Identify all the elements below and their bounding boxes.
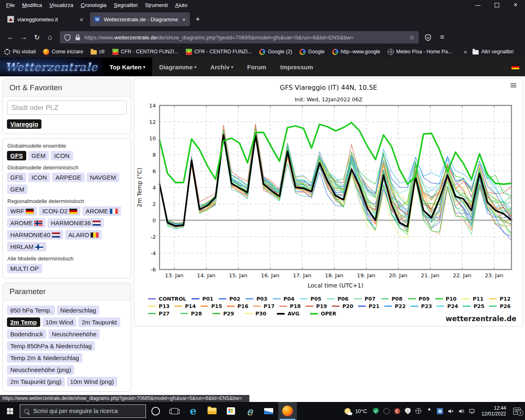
- nav-diagramme[interactable]: Diagramme▾: [152, 57, 203, 76]
- restore-button[interactable]: [487, 0, 506, 10]
- model-button-navgem[interactable]: NAVGEM: [87, 173, 119, 182]
- parameter-button-neuschneeh-he[interactable]: Neuschneehöhe: [48, 329, 100, 339]
- menu-segnalibri[interactable]: Segnalibri: [110, 2, 142, 8]
- parameter-button-neuschneeh-he-png[interactable]: Neuschneehöhe (png): [7, 365, 74, 374]
- model-button-wrf-de[interactable]: WRF: [7, 206, 37, 216]
- app-menu-button[interactable]: ≡: [436, 31, 449, 43]
- file-explorer-button[interactable]: [203, 402, 221, 420]
- reload-button[interactable]: ↻: [30, 31, 43, 43]
- cortana-button[interactable]: [146, 402, 165, 420]
- wetterzentrale-logo[interactable]: Wetterzentrale: [0, 57, 103, 76]
- bookmark-http-www-google[interactable]: http--www.google: [332, 49, 381, 55]
- model-button-alaro-be[interactable]: ALARO: [65, 230, 102, 240]
- forward-button[interactable]: →: [17, 31, 30, 43]
- nav-archiv[interactable]: Archiv▾: [203, 57, 240, 76]
- lock-icon[interactable]: [74, 34, 81, 41]
- new-tab-button[interactable]: +: [196, 15, 200, 24]
- model-button-harmonie36-nl[interactable]: HARMONIE36: [48, 218, 104, 228]
- parameter-button-temp-2m-niederschlag[interactable]: Temp 2m & Niederschlag: [7, 353, 82, 363]
- tab-wetterzentrale-de-diagramme[interactable]: WWetterzentrale.de - Diagramme×: [90, 12, 190, 26]
- pocket-shield-icon[interactable]: [425, 34, 431, 41]
- model-button-gem[interactable]: GEM: [7, 185, 27, 194]
- parameter-button-2m-temp[interactable]: 2m Temp: [7, 317, 40, 327]
- menu-aiuto[interactable]: Aiuto: [171, 2, 191, 8]
- parameter-button-10m-wind[interactable]: 10m Wind: [42, 317, 77, 327]
- snip-icon[interactable]: [383, 408, 390, 415]
- bookmark-pi-visitati[interactable]: Più visitati: [4, 49, 36, 55]
- menu-modifica[interactable]: Modifica: [18, 2, 46, 8]
- ccleaner-icon[interactable]: C: [394, 408, 401, 415]
- model-button-hirlam-fi[interactable]: HIRLAM: [7, 242, 46, 251]
- language-flag-german[interactable]: [510, 63, 519, 71]
- firefox-button[interactable]: [278, 402, 297, 420]
- mail-button[interactable]: [259, 402, 278, 420]
- ethernet-icon[interactable]: [468, 408, 475, 415]
- menu-file[interactable]: File: [2, 2, 18, 8]
- legend-swatch: [245, 313, 253, 314]
- other-bookmarks-folder[interactable]: Altri segnalibri: [472, 49, 514, 55]
- defender-warning-icon[interactable]: !: [404, 408, 411, 415]
- tab-close-icon[interactable]: ×: [80, 16, 83, 23]
- clock[interactable]: 12:44 12/01/2022: [482, 405, 506, 417]
- home-button[interactable]: ⌂: [43, 31, 57, 43]
- nav-forum[interactable]: Forum: [240, 57, 274, 76]
- parameter-button-10m-wind-png[interactable]: 10m Wind (png): [67, 377, 117, 386]
- url-bar[interactable]: https://www.wetterzentrale.de/de/show_di…: [60, 31, 419, 43]
- utility-icon[interactable]: ▦: [436, 408, 443, 415]
- pinwheel-icon[interactable]: *: [426, 408, 433, 415]
- parameter-button-niederschlag[interactable]: Niederschlag: [57, 306, 100, 315]
- antivirus-ok-icon[interactable]: ✓: [372, 408, 379, 415]
- model-button-multi-op[interactable]: MULTI OP: [7, 264, 42, 273]
- bookmark-cfr-centro-funzi[interactable]: CFR - CENTRO FUNZI...: [112, 49, 178, 55]
- bookmark-google[interactable]: Google: [299, 49, 324, 55]
- nav-impressum[interactable]: Impressum: [273, 57, 320, 76]
- bookmark-come-iniziare[interactable]: Come iniziare: [43, 49, 83, 55]
- muted-speaker-icon[interactable]: [447, 408, 454, 415]
- close-button[interactable]: ×: [506, 0, 525, 10]
- tracking-shield-icon[interactable]: [64, 34, 71, 41]
- model-button-icon[interactable]: ICON: [28, 173, 50, 182]
- bookmark-cfr-centro-funzi[interactable]: CFR - CENTRO FUNZI...: [186, 49, 252, 55]
- model-button-gfs[interactable]: GFS: [7, 151, 26, 160]
- chart-menu-icon[interactable]: ≡: [510, 82, 517, 88]
- bookmark-google-2[interactable]: Google (2): [259, 49, 292, 55]
- model-button-arpege[interactable]: ARPEGE: [52, 173, 84, 182]
- city-search-input[interactable]: [7, 100, 127, 115]
- tab-close-icon[interactable]: ×: [182, 16, 186, 23]
- weather-icon[interactable]: [345, 408, 351, 414]
- task-view-button[interactable]: [165, 402, 184, 420]
- model-button-gem[interactable]: GEM: [28, 151, 49, 160]
- nav-top-karten[interactable]: Top Karten▾: [103, 57, 152, 76]
- bookmark-meteo-pisa-home-pa[interactable]: Meteo Pisa - Home Pa...: [388, 49, 452, 55]
- menu-visualizza[interactable]: Visualizza: [46, 2, 77, 8]
- menu-cronologia[interactable]: Cronologia: [77, 2, 110, 8]
- menu-strumenti[interactable]: Strumenti: [141, 2, 171, 8]
- taskbar-search-box[interactable]: Scrivi qui per eseguire la ricerca: [20, 404, 146, 418]
- back-button[interactable]: ←: [4, 31, 17, 43]
- minimize-button[interactable]: —: [468, 0, 487, 10]
- favorite-viareggio-button[interactable]: Viareggio: [7, 119, 41, 129]
- tab-viareggiometeo-it[interactable]: viareggiometeo.it×: [3, 12, 87, 26]
- model-button-arome-fr[interactable]: AROME: [82, 206, 121, 216]
- model-button-gfs[interactable]: GFS: [7, 173, 26, 182]
- internet-explorer-button[interactable]: e: [240, 402, 259, 420]
- parameter-button-temp-850hpa-niederschlag[interactable]: Temp 850hPa & Niederschlag: [7, 341, 95, 351]
- parameter-button-bodendruck[interactable]: Bodendruck: [7, 329, 46, 339]
- store-button[interactable]: [221, 402, 240, 420]
- bookmark-star-icon[interactable]: ☆: [409, 34, 415, 41]
- model-button-harmonie40-nl[interactable]: HARMONIE40: [7, 230, 63, 240]
- edge-button[interactable]: e: [184, 402, 203, 420]
- parameter-button-850-hpa-temp[interactable]: 850 hPa Temp.: [7, 306, 55, 315]
- bookmark-cfr[interactable]: cfr: [91, 49, 105, 55]
- parameter-button-2m-taupunkt-png[interactable]: 2m Taupunkt (png): [7, 377, 65, 386]
- volume-icon[interactable]: [458, 408, 465, 415]
- network-globe-icon[interactable]: [415, 408, 422, 415]
- model-button-arome-no[interactable]: AROME: [7, 218, 46, 228]
- bookmarks-overflow-button[interactable]: »: [464, 48, 467, 55]
- notification-center-button[interactable]: 1: [513, 408, 521, 415]
- tray-temperature[interactable]: 10°C: [355, 408, 367, 414]
- model-button-icon-d2-de[interactable]: ICON-D2: [39, 206, 80, 216]
- start-button[interactable]: [0, 402, 20, 420]
- model-button-icon[interactable]: ICON: [51, 151, 73, 160]
- parameter-button-2m-taupunkt[interactable]: 2m Taupunkt: [78, 317, 120, 327]
